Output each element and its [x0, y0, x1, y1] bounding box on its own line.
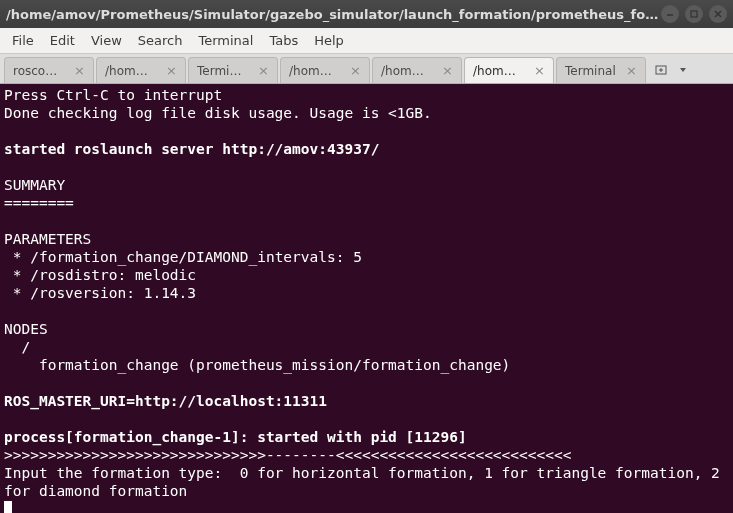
tab-label: /hom… [473, 64, 528, 78]
terminal-line: SUMMARY [4, 177, 65, 193]
terminal-output[interactable]: Press Ctrl-C to interrupt Done checking … [0, 84, 733, 513]
terminal-line: process[formation_change-1]: started wit… [4, 429, 467, 445]
terminal-line: * /rosversion: 1.14.3 [4, 285, 196, 301]
tab-label: rosco… [13, 64, 68, 78]
terminal-line: * /rosdistro: melodic [4, 267, 196, 283]
terminal-line: ======== [4, 195, 74, 211]
terminal-line: started roslaunch server http://amov:439… [4, 141, 379, 157]
minimize-button[interactable] [661, 5, 679, 23]
close-icon[interactable]: × [626, 64, 637, 77]
tab-1[interactable]: /hom… × [96, 57, 186, 83]
tab-label: /hom… [289, 64, 344, 78]
close-icon[interactable]: × [350, 64, 361, 77]
window-controls [661, 5, 727, 23]
terminal-line: ROS_MASTER_URI=http://localhost:11311 [4, 393, 327, 409]
close-icon[interactable]: × [442, 64, 453, 77]
menu-search[interactable]: Search [130, 30, 191, 51]
svg-rect-1 [691, 11, 697, 17]
tab-extra [648, 61, 696, 83]
menu-file[interactable]: File [4, 30, 42, 51]
titlebar: /home/amov/Prometheus/Simulator/gazebo_s… [0, 0, 733, 28]
new-tab-icon[interactable] [652, 61, 670, 79]
tabs-dropdown-icon[interactable] [674, 61, 692, 79]
terminal-line: formation_change (prometheus_mission/for… [4, 357, 510, 373]
close-icon[interactable]: × [534, 64, 545, 77]
tab-5[interactable]: /hom… × [464, 57, 554, 83]
terminal-line: NODES [4, 321, 48, 337]
tab-0[interactable]: rosco… × [4, 57, 94, 83]
menu-view[interactable]: View [83, 30, 130, 51]
terminal-line: >>>>>>>>>>>>>>>>>>>>>>>>>>>>>>--------<<… [4, 447, 571, 463]
tabbar: rosco… × /hom… × Termi… × /hom… × /hom… … [0, 54, 733, 84]
terminal-line: / [4, 339, 30, 355]
maximize-button[interactable] [685, 5, 703, 23]
close-icon[interactable]: × [74, 64, 85, 77]
close-icon[interactable]: × [166, 64, 177, 77]
menu-tabs[interactable]: Tabs [261, 30, 306, 51]
menu-terminal[interactable]: Terminal [190, 30, 261, 51]
close-icon[interactable]: × [258, 64, 269, 77]
tab-2[interactable]: Termi… × [188, 57, 278, 83]
terminal-line: Press Ctrl-C to interrupt [4, 87, 222, 103]
terminal-line: Input the formation type: 0 for horizont… [4, 465, 729, 499]
tab-label: /hom… [105, 64, 160, 78]
menu-edit[interactable]: Edit [42, 30, 83, 51]
terminal-line: Done checking log file disk usage. Usage… [4, 105, 432, 121]
tab-label: Terminal [565, 64, 620, 78]
window-title: /home/amov/Prometheus/Simulator/gazebo_s… [6, 7, 661, 22]
tab-3[interactable]: /hom… × [280, 57, 370, 83]
menu-help[interactable]: Help [306, 30, 352, 51]
terminal-line: * /formation_change/DIAMOND_intervals: 5 [4, 249, 362, 265]
tab-label: Termi… [197, 64, 252, 78]
close-button[interactable] [709, 5, 727, 23]
menubar: File Edit View Search Terminal Tabs Help [0, 28, 733, 54]
tab-6[interactable]: Terminal × [556, 57, 646, 83]
tab-label: /hom… [381, 64, 436, 78]
terminal-line: PARAMETERS [4, 231, 91, 247]
tab-4[interactable]: /hom… × [372, 57, 462, 83]
cursor [4, 501, 12, 513]
